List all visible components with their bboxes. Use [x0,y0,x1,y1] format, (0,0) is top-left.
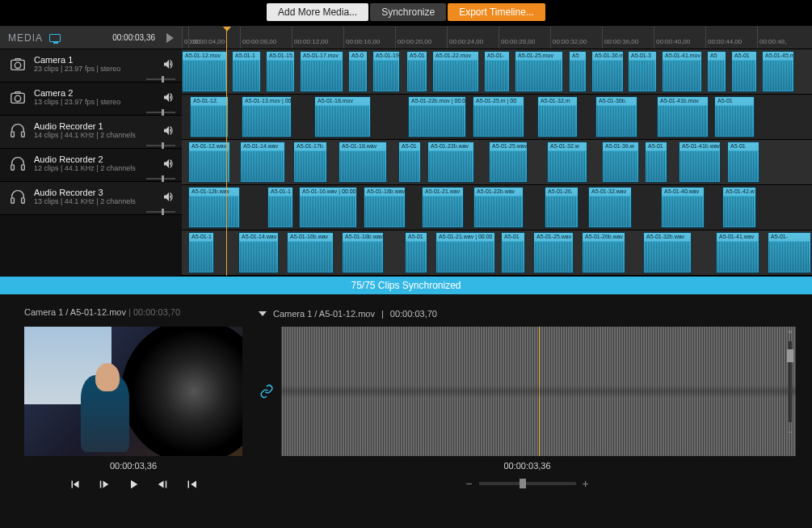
go-to-end-button[interactable] [184,477,199,492]
timeline-panel[interactable]: 00:0000:00:04,0000:00:08,0000:00:12,0000… [182,27,812,276]
zoom-out-button[interactable]: − [465,477,472,490]
zoom-in-button[interactable]: + [583,477,589,490]
timeline-clip[interactable]: A5-01-12. [190,96,229,137]
timeline-clip[interactable]: A5-01-17.mov [300,51,343,92]
timeline-clip[interactable]: A5-01-41.mov [662,51,702,92]
timeline-clip[interactable]: A5-01-19 [372,51,400,92]
track-lane[interactable]: A5-01-12.movA5-01-1A5-01-15.A5-01-17.mov… [182,49,812,95]
speaker-icon[interactable] [162,157,175,170]
timeline-clip[interactable]: A5-01-26. [545,187,578,228]
track-header[interactable]: Camera 1 23 clips | 23.97 fps | stereo [0,49,182,82]
timeline-clip[interactable]: A5-01-36b. [595,96,637,137]
track-lane[interactable]: A5-01-12.A5-01-13.mov | 00:00A5-01-18.mo… [182,95,812,140]
timeline-clip[interactable]: A5-01-18b.wav [364,187,406,228]
volume-slider[interactable] [146,178,175,180]
timeline-clip[interactable]: A5-01 [714,96,755,137]
speaker-icon[interactable] [162,91,175,103]
vzoom-slider[interactable] [789,341,792,422]
timeline-clip[interactable]: A5-01-22b.wav [473,187,524,228]
timeline-clip[interactable]: A5-01-21.wav [422,187,464,228]
play-icon[interactable] [166,33,174,43]
timeline-clip[interactable]: A5-01-22b.mov | 00:00 [408,96,466,137]
timeline-clip[interactable]: A5-01-40.wav [661,187,705,228]
timeline-clip[interactable]: A5-01-12.mov [182,51,227,92]
timeline-clip[interactable]: A5-01- [768,232,811,273]
timeline-clip[interactable]: A5-01-32.wav [588,187,632,228]
timeline-clip[interactable]: A5-01-45.m [762,51,794,92]
step-back-button[interactable] [97,477,111,492]
volume-slider[interactable] [146,211,175,213]
speaker-icon[interactable] [162,190,175,203]
play-button[interactable] [126,477,141,492]
vzoom-out-button[interactable]: − [788,427,793,437]
synchronize-button[interactable]: Synchronize [370,3,446,21]
timeline-clip[interactable]: A5-01-41.wav [716,232,759,273]
timeline-clip[interactable]: A5-01-32b.wav [643,232,692,273]
track-lane[interactable]: A5-01-1A5-01-14.wavA5-01-16b.wavA5-01-18… [182,230,812,276]
timeline-clip[interactable]: A5-01-18.wav [339,142,387,183]
timeline-clip[interactable]: A5-01-14.wav [238,232,279,273]
timeline-clip[interactable]: A5 [569,51,587,92]
link-icon[interactable] [259,384,275,399]
zoom-slider[interactable] [479,482,576,485]
timeline-clip[interactable]: A5-01-22.mov [432,51,479,92]
track-lane[interactable]: A5-01-12b.wavA5-01-1A5-01-16.wav | 00:00… [182,185,812,230]
timeline-clip[interactable]: A5-01 [727,142,759,183]
timeline-clip[interactable]: A5-01-18.mov [314,96,371,137]
timeline-clip[interactable]: A5-01-25.m | 00 [473,96,524,137]
timeline-clip[interactable]: A5-01-18b.wav [342,232,384,273]
timeline-clip[interactable]: A5-01-1 [232,51,261,92]
step-forward-button[interactable] [155,477,170,492]
waveform-display[interactable] [281,327,796,456]
timeline-clip[interactable]: A5-01-13.mov | 00:00 [242,96,292,137]
timeline-clip[interactable]: A5-01-32.w [547,142,587,183]
add-media-button[interactable]: Add More Media... [267,3,368,21]
timeline-clip[interactable]: A5-01-1 [267,187,293,228]
timeline-clip[interactable]: A5-01-32.m [537,96,578,137]
timeline-clip[interactable]: A5-01-25.wav [489,142,528,183]
timeline-clip[interactable]: A5-01-16.wav | 00:00 [299,187,357,228]
track-header[interactable]: Camera 2 13 clips | 23.97 fps | stereo [0,82,182,116]
timeline-clip[interactable]: A5-01-25.mov [515,51,563,92]
timeline-clip[interactable]: A5-01-17b. [293,142,327,183]
timeline-clip[interactable]: A5-01-42.w [722,187,756,228]
speaker-icon[interactable] [162,124,175,137]
timeline-clip[interactable]: A5-01-41b.mov [657,96,709,137]
timeline-ruler[interactable]: 00:0000:00:04,0000:00:08,0000:00:12,0000… [182,27,812,49]
timeline-clip[interactable]: A5-01-26b.wav [582,232,625,273]
timeline-clip[interactable]: A5-01-36.w [602,142,639,183]
timeline-clip[interactable]: A5-01-12.wav [188,142,230,183]
timeline-clip[interactable]: A5-01 [501,232,525,273]
timeline-clip[interactable]: A5-01-15. [266,51,295,92]
timeline-clip[interactable]: A5-01-21.wav | 00:00 [435,232,495,273]
volume-slider[interactable] [146,112,175,113]
export-timeline-button[interactable]: Export Timeline... [448,3,545,21]
timeline-clip[interactable]: A5-01 [405,232,427,273]
timeline-clip[interactable]: A5-01 [731,51,757,92]
vzoom-in-button[interactable]: + [788,327,793,336]
volume-slider[interactable] [146,78,175,80]
timeline-clip[interactable]: A5-01-41b.wav [679,142,721,183]
timeline-clip[interactable]: A5-01-3 [628,51,657,92]
timeline-clip[interactable]: A5-0 [348,51,368,92]
timeline-clip[interactable]: A5-01-12b.wav [188,187,240,228]
timeline-clip[interactable]: A5-01-16b.wav [287,232,334,273]
timeline-clip[interactable]: A5-01- [484,51,510,92]
dropdown-icon[interactable] [259,311,267,316]
monitor-icon[interactable] [49,34,61,42]
timeline-clip[interactable]: A5-01 [645,142,667,183]
timeline-clip[interactable]: A5 [707,51,726,92]
video-preview[interactable] [24,327,242,456]
volume-slider[interactable] [146,145,175,146]
track-header[interactable]: Audio Recorder 3 13 clips | 44.1 KHz | 2… [0,182,182,215]
timeline-clip[interactable]: A5-01-25.wav [533,232,574,273]
go-to-start-button[interactable] [68,477,82,492]
timeline-clip[interactable]: A5-01 [398,142,421,183]
timeline-clip[interactable]: A5-01 [406,51,427,92]
track-header[interactable]: Audio Recorder 1 14 clips | 44.1 KHz | 2… [0,116,182,149]
timeline-clip[interactable]: A5-01-36.m [591,51,624,92]
speaker-icon[interactable] [162,57,175,70]
timeline-clip[interactable]: A5-01-22b.wav [427,142,474,183]
timeline-clip[interactable]: A5-01-1 [188,232,214,273]
track-header[interactable]: Audio Recorder 2 12 clips | 44.1 KHz | 2… [0,149,182,182]
